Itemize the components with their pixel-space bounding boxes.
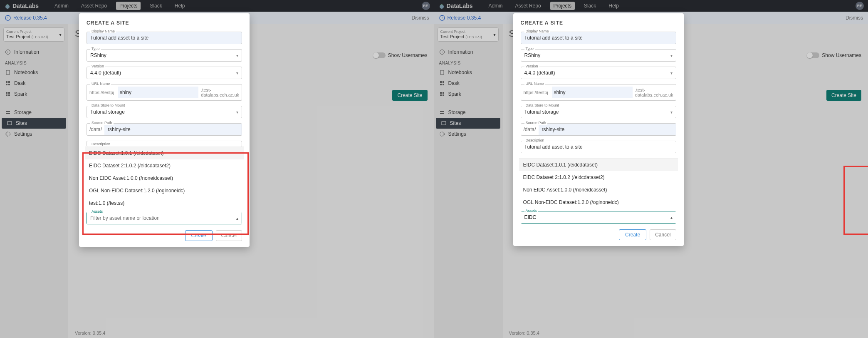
type-field[interactable]: TypeRShiny▾ [87, 49, 242, 62]
type-field[interactable]: TypeRShiny▾ [521, 49, 676, 62]
modal-cancel-button[interactable]: Cancel [650, 229, 676, 240]
assets-filter-field[interactable]: Assets ▴ [521, 211, 676, 224]
asset-option[interactable]: EIDC Dataset:1.0.1 (/eidcdataset) [85, 147, 244, 159]
assets-dropdown-list: EIDC Dataset:1.0.1 (/eidcdataset) EIDC D… [85, 147, 244, 209]
source-path-input[interactable] [104, 124, 242, 135]
assets-dropdown-list: EIDC Dataset:1.0.1 (/eidcdataset) EIDC D… [519, 158, 678, 209]
url-input[interactable] [118, 87, 198, 98]
chevron-up-icon: ▴ [236, 216, 238, 221]
asset-option[interactable]: Non EIDC Asset:1.0.0 (/noneidcasset) [85, 172, 244, 184]
version-field[interactable]: Version4.4.0 (default)▾ [87, 67, 242, 79]
source-path-field[interactable]: Source Path/data/ [521, 123, 676, 136]
chevron-up-icon: ▴ [670, 215, 673, 220]
chevron-down-icon: ▾ [236, 110, 238, 114]
datastore-field[interactable]: Data Store to MountTutorial storage▾ [521, 106, 676, 118]
source-path-field[interactable]: Source Path/data/ [87, 123, 242, 136]
create-site-modal: CREATE A SITE Display NameTutorial add a… [79, 13, 250, 247]
modal-create-button[interactable]: Create [619, 229, 646, 240]
source-path-input[interactable] [539, 124, 676, 135]
create-site-modal: CREATE A SITE Display NameTutorial add a… [513, 13, 684, 246]
url-input[interactable] [552, 87, 632, 98]
chevron-down-icon: ▾ [236, 71, 238, 75]
chevron-down-icon: ▾ [670, 71, 673, 75]
description-field[interactable]: DescriptionTutorial add asset to a site [521, 141, 676, 153]
url-name-field[interactable]: URL Namehttps://testpj-.test-datalabs.ce… [87, 84, 242, 101]
modal-cancel-button[interactable]: Cancel [216, 230, 242, 241]
asset-option[interactable]: Non EIDC Asset:1.0.0 (/noneidcasset) [519, 184, 678, 196]
chevron-down-icon: ▾ [670, 53, 673, 58]
asset-option[interactable]: EIDC Dataset 2:1.0.2 (/eidcdataset2) [519, 171, 678, 184]
assets-filter-field[interactable]: Assets ▴ [87, 212, 242, 224]
assets-filter-input[interactable] [521, 211, 676, 223]
modal-create-button[interactable]: Create [185, 230, 213, 241]
modal-title: CREATE A SITE [521, 20, 676, 26]
chevron-down-icon: ▾ [236, 53, 238, 58]
chevron-down-icon: ▾ [670, 110, 673, 114]
description-field-cutoff: Description [87, 141, 242, 147]
url-name-field[interactable]: URL Namehttps://testpj-.test-datalabs.ce… [521, 84, 676, 101]
asset-option[interactable]: OGL Non-EIDC Dataset:1.2.0 (/oglnoneidc) [85, 184, 244, 197]
display-name-field[interactable]: Display NameTutorial add asset to a site [87, 32, 242, 44]
asset-option[interactable]: test:1.0 (/testss) [85, 197, 244, 209]
asset-option[interactable]: OGL Non-EIDC Dataset:1.2.0 (/oglnoneidc) [519, 196, 678, 209]
asset-option[interactable]: EIDC Dataset 2:1.0.2 (/eidcdataset2) [85, 159, 244, 172]
version-field[interactable]: Version4.4.0 (default)▾ [521, 67, 676, 79]
assets-filter-input[interactable] [87, 212, 242, 224]
datastore-field[interactable]: Data Store to MountTutorial storage▾ [87, 106, 242, 118]
modal-title: CREATE A SITE [87, 20, 242, 26]
display-name-field[interactable]: Display NameTutorial add asset to a site [521, 32, 676, 44]
asset-option[interactable]: EIDC Dataset:1.0.1 (/eidcdataset) [519, 159, 678, 171]
